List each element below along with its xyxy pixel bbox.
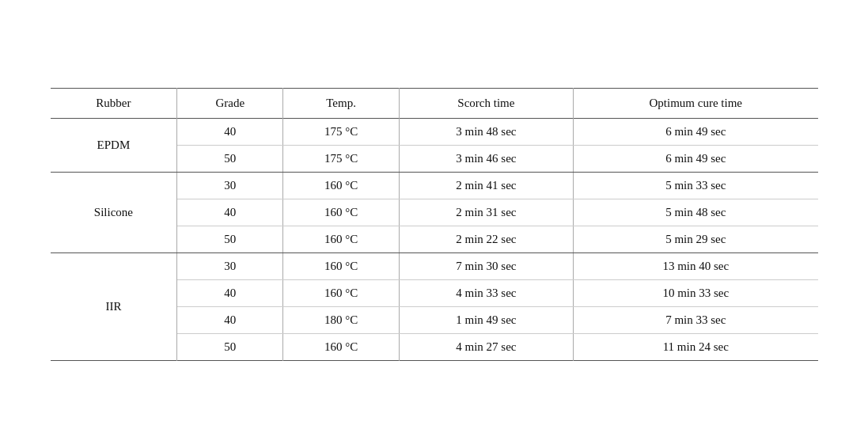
temp-cell: 175 °C — [283, 118, 399, 145]
grade-cell: 40 — [177, 118, 283, 145]
scorch-cell: 2 min 41 sec — [399, 172, 573, 199]
optimum-cell: 13 min 40 sec — [574, 252, 818, 279]
temp-cell: 180 °C — [283, 306, 399, 333]
col-header-scorch: Scorch time — [399, 88, 573, 118]
scorch-cell: 2 min 22 sec — [399, 226, 573, 252]
optimum-cell: 5 min 48 sec — [574, 199, 818, 226]
table-row: Silicone30160 °C2 min 41 sec5 min 33 sec — [51, 172, 818, 199]
scorch-cell: 4 min 33 sec — [399, 279, 573, 306]
grade-cell: 40 — [177, 306, 283, 333]
grade-cell: 50 — [177, 333, 283, 360]
col-header-optimum: Optimum cure time — [574, 88, 818, 118]
rubber-label: IIR — [51, 252, 177, 360]
col-header-temp: Temp. — [283, 88, 399, 118]
scorch-cell: 1 min 49 sec — [399, 306, 573, 333]
temp-cell: 160 °C — [283, 199, 399, 226]
temp-cell: 160 °C — [283, 172, 399, 199]
rubber-label: EPDM — [51, 118, 177, 172]
col-header-grade: Grade — [177, 88, 283, 118]
scorch-cell: 3 min 48 sec — [399, 118, 573, 145]
table-row: EPDM40175 °C3 min 48 sec6 min 49 sec — [51, 118, 818, 145]
temp-cell: 160 °C — [283, 252, 399, 279]
optimum-cell: 10 min 33 sec — [574, 279, 818, 306]
optimum-cell: 11 min 24 sec — [574, 333, 818, 360]
optimum-cell: 6 min 49 sec — [574, 145, 818, 172]
data-table: Rubber Grade Temp. Scorch time Optimum c… — [51, 88, 818, 361]
temp-cell: 175 °C — [283, 145, 399, 172]
optimum-cell: 5 min 33 sec — [574, 172, 818, 199]
temp-cell: 160 °C — [283, 333, 399, 360]
header-row: Rubber Grade Temp. Scorch time Optimum c… — [51, 88, 818, 118]
temp-cell: 160 °C — [283, 279, 399, 306]
scorch-cell: 7 min 30 sec — [399, 252, 573, 279]
grade-cell: 40 — [177, 199, 283, 226]
grade-cell: 50 — [177, 145, 283, 172]
rubber-label: Silicone — [51, 172, 177, 252]
grade-cell: 40 — [177, 279, 283, 306]
scorch-cell: 2 min 31 sec — [399, 199, 573, 226]
scorch-cell: 4 min 27 sec — [399, 333, 573, 360]
grade-cell: 30 — [177, 252, 283, 279]
optimum-cell: 7 min 33 sec — [574, 306, 818, 333]
grade-cell: 30 — [177, 172, 283, 199]
table-wrapper: Rubber Grade Temp. Scorch time Optimum c… — [51, 88, 818, 361]
optimum-cell: 6 min 49 sec — [574, 118, 818, 145]
optimum-cell: 5 min 29 sec — [574, 226, 818, 252]
temp-cell: 160 °C — [283, 226, 399, 252]
col-header-rubber: Rubber — [51, 88, 177, 118]
grade-cell: 50 — [177, 226, 283, 252]
scorch-cell: 3 min 46 sec — [399, 145, 573, 172]
table-row: IIR30160 °C7 min 30 sec13 min 40 sec — [51, 252, 818, 279]
